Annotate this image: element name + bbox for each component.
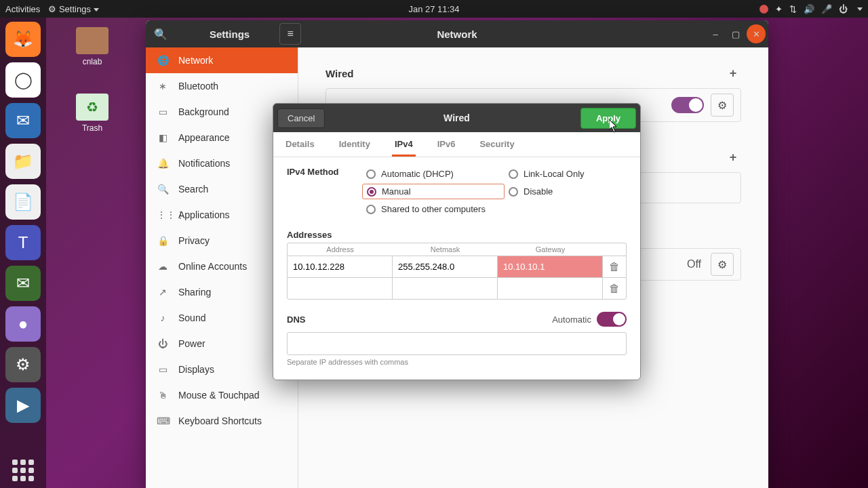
sidebar-icon: 🔒 — [157, 235, 169, 246]
sidebar-item-label: Displays — [178, 364, 214, 375]
sidebar-item-bluetooth[interactable]: ∗Bluetooth — [146, 73, 298, 99]
system-tray[interactable]: ✦ ⇅ 🔊 🎤 ⏻ — [760, 4, 863, 14]
sidebar-item-label: Online Accounts — [178, 261, 247, 272]
addresses-label: Addresses — [287, 230, 627, 240]
dock-app[interactable]: ✉ — [5, 266, 41, 301]
desktop-trash[interactable]: ♻ Trash — [65, 94, 119, 133]
close-button[interactable]: ✕ — [747, 24, 766, 43]
radio-shared[interactable]: Shared to other computers — [362, 202, 627, 216]
dock-firefox[interactable]: 🦊 — [5, 22, 41, 57]
gateway-input[interactable] — [498, 256, 602, 277]
minimize-button[interactable]: – — [706, 24, 725, 43]
address-row: 🗑 — [288, 256, 626, 277]
sidebar-item-label: Bluetooth — [178, 81, 218, 92]
wired-settings-button[interactable]: ⚙ — [711, 94, 734, 117]
add-wired-button[interactable]: + — [725, 65, 741, 81]
apply-button[interactable]: Apply — [580, 108, 636, 129]
sidebar-icon: 🖱 — [157, 390, 169, 401]
sidebar-icon: ♪ — [157, 312, 169, 323]
delete-row-button[interactable]: 🗑 — [603, 278, 626, 299]
dock-thunderbird[interactable]: ✉ — [5, 103, 41, 138]
sidebar-item-label: Sharing — [178, 287, 211, 298]
tab-ipv4[interactable]: IPv4 — [392, 132, 416, 157]
sidebar-item-label: Applications — [178, 209, 230, 220]
gateway-input[interactable] — [498, 278, 602, 299]
window-title-left: Settings — [210, 28, 250, 40]
netmask-input[interactable] — [393, 256, 497, 277]
tab-ipv6[interactable]: IPv6 — [435, 132, 458, 157]
chevron-down-icon — [857, 7, 863, 11]
sidebar-icon: 🌐 — [157, 55, 169, 66]
sidebar-icon: ∗ — [157, 81, 169, 92]
dns-automatic-toggle[interactable] — [597, 312, 627, 327]
dock-settings[interactable]: ⚙ — [5, 347, 41, 382]
sidebar-icon: ⌨ — [157, 415, 169, 426]
tab-identity[interactable]: Identity — [336, 132, 373, 157]
dialog-header[interactable]: Cancel Wired Apply — [273, 104, 640, 132]
sidebar-icon: 🔍 — [157, 184, 169, 195]
power-tray-icon: ⏻ — [839, 4, 848, 14]
network-tray-icon: ⇅ — [789, 4, 797, 14]
window-title-center: Network — [437, 28, 477, 40]
dock-app3[interactable]: ▶ — [5, 388, 41, 423]
col-netmask: Netmask — [393, 243, 498, 256]
window-titlebar[interactable]: 🔍 Settings ≡ Network – ▢ ✕ — [146, 20, 768, 47]
delete-row-button[interactable]: 🗑 — [603, 256, 626, 277]
sidebar-item-mouse-touchpad[interactable]: 🖱Mouse & Touchpad — [146, 382, 298, 408]
sidebar-item-label: Search — [178, 184, 208, 195]
dns-input[interactable] — [287, 332, 627, 355]
dns-automatic-label: Automatic — [552, 314, 591, 325]
dock-app2[interactable]: ● — [5, 306, 41, 342]
dock-files[interactable]: 📁 — [5, 144, 41, 179]
volume-tray-icon: 🔊 — [804, 4, 814, 14]
wired-toggle[interactable] — [671, 97, 704, 113]
sidebar-icon: ☁ — [157, 261, 169, 272]
col-gateway: Gateway — [498, 243, 603, 256]
section-title-wired: Wired — [326, 68, 354, 79]
search-button[interactable]: 🔍 — [149, 22, 173, 46]
desktop-icon-label: Trash — [65, 123, 119, 133]
sidebar-item-label: Network — [178, 55, 213, 66]
radio-manual[interactable]: Manual — [362, 184, 505, 199]
radio-automatic-dhcp[interactable]: Automatic (DHCP) — [362, 167, 505, 181]
sidebar-item-label: Notifications — [178, 158, 230, 169]
address-input[interactable] — [288, 256, 392, 277]
address-input[interactable] — [288, 278, 392, 299]
cancel-button[interactable]: Cancel — [277, 108, 325, 128]
proxy-settings-button[interactable]: ⚙ — [711, 253, 734, 276]
dialog-title: Wired — [443, 113, 470, 123]
maximize-button[interactable]: ▢ — [726, 24, 745, 43]
sidebar-item-keyboard-shortcuts[interactable]: ⌨Keyboard Shortcuts — [146, 408, 298, 434]
addresses-table: Address Netmask Gateway 🗑🗑 — [287, 243, 627, 300]
clock[interactable]: Jan 27 11:34 — [408, 4, 459, 14]
sidebar-item-label: Mouse & Touchpad — [178, 390, 260, 401]
desktop-folder-cnlab[interactable]: cnlab — [65, 27, 119, 66]
sidebar-icon: ◧ — [157, 132, 169, 143]
add-connection-button[interactable]: + — [725, 149, 741, 165]
tray-icon: ✦ — [775, 4, 783, 14]
sidebar-icon: 🔔 — [157, 158, 169, 169]
proxy-status: Off — [687, 258, 701, 270]
sidebar-item-network[interactable]: 🌐Network — [146, 47, 298, 73]
sidebar-icon: ▭ — [157, 106, 169, 117]
dns-hint: Separate IP addresses with commas — [287, 358, 627, 366]
dock-teams[interactable]: T — [5, 225, 41, 260]
sidebar-item-label: Appearance — [178, 132, 230, 143]
dock-chrome[interactable]: ◯ — [5, 62, 41, 98]
sidebar-icon: ⋮⋮⋮ — [157, 209, 169, 220]
hamburger-button[interactable]: ≡ — [279, 23, 301, 45]
dialog-tabs: DetailsIdentityIPv4IPv6Security — [273, 132, 640, 157]
ipv4-method-label: IPv4 Method — [287, 167, 342, 216]
tab-security[interactable]: Security — [477, 132, 517, 157]
radio-disable[interactable]: Disable — [505, 184, 627, 199]
tab-details[interactable]: Details — [283, 132, 317, 157]
dock-writer[interactable]: 📄 — [5, 184, 41, 220]
desktop-icon-label: cnlab — [65, 57, 119, 66]
app-menu[interactable]: ⚙ Settings — [48, 4, 99, 14]
dock-show-apps[interactable] — [5, 453, 41, 488]
netmask-input[interactable] — [393, 278, 497, 299]
sidebar-icon: ↗ — [157, 287, 169, 298]
col-address: Address — [288, 243, 393, 256]
radio-link-local[interactable]: Link-Local Only — [505, 167, 627, 181]
activities-button[interactable]: Activities — [5, 4, 40, 14]
